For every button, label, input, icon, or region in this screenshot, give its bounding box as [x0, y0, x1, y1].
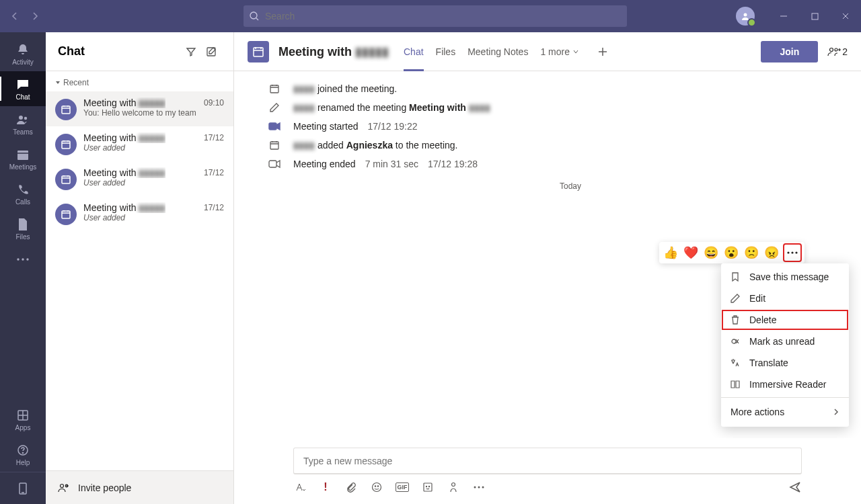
chat-list-item[interactable]: Meeting with ▮▮▮▮▮17/12 User added	[46, 126, 233, 161]
reaction-bar: 👍❤️😄😮🙁😠	[659, 242, 804, 263]
join-button[interactable]: Join	[761, 41, 818, 62]
participants-button[interactable]: 2	[827, 46, 848, 57]
date-divider: Today	[293, 181, 848, 191]
svg-point-37	[452, 483, 455, 487]
add-tab-button[interactable]	[593, 42, 613, 62]
rail-more-button[interactable]	[0, 246, 46, 273]
invite-label: Invite people	[78, 482, 131, 493]
system-event: ▮▮▮▮ added Agnieszka to the meeting.	[293, 140, 848, 151]
tab-chat[interactable]: Chat	[404, 32, 424, 71]
reader-icon	[731, 380, 741, 389]
chat-list-item[interactable]: Meeting with ▮▮▮▮▮17/12 User added	[46, 196, 233, 231]
context-delete[interactable]: Delete	[721, 309, 849, 331]
svg-rect-23	[270, 85, 278, 93]
rail-label: Activity	[12, 58, 34, 66]
rail-label: Apps	[15, 424, 31, 431]
svg-point-40	[482, 487, 484, 489]
tab-meeting-notes[interactable]: Meeting Notes	[467, 32, 528, 71]
calendar-icon	[15, 147, 30, 162]
send-button[interactable]	[788, 481, 802, 493]
compose-more-button[interactable]	[472, 486, 486, 489]
meet-now-button[interactable]	[447, 482, 460, 493]
context-edit[interactable]: Edit	[721, 288, 849, 309]
context-more-actions[interactable]: More actions	[721, 400, 849, 424]
compose-input[interactable]	[293, 448, 802, 474]
gif-button[interactable]: GIF	[396, 482, 409, 492]
search-icon	[249, 11, 260, 22]
svg-rect-25	[270, 142, 278, 149]
reaction-👍[interactable]: 👍	[663, 245, 678, 260]
rail-help[interactable]: Help	[0, 437, 46, 472]
attach-button[interactable]	[344, 482, 358, 493]
calendar-icon	[55, 169, 77, 190]
reaction-😄[interactable]: 😄	[704, 245, 718, 260]
search-input[interactable]	[244, 5, 627, 27]
sticker-button[interactable]	[421, 482, 435, 493]
chat-list-title: Chat	[58, 44, 181, 58]
nav-forward-button[interactable]	[27, 8, 43, 24]
context-save-this-message[interactable]: Save this message	[721, 266, 849, 288]
unread-icon	[731, 337, 741, 346]
filter-button[interactable]	[181, 42, 201, 62]
section-recent[interactable]: Recent	[46, 71, 233, 91]
rail-activity[interactable]: Activity	[0, 36, 46, 71]
window-maximize-button[interactable]	[799, 0, 830, 32]
invite-people-button[interactable]: Invite people	[46, 470, 233, 504]
window-minimize-button[interactable]	[768, 0, 799, 32]
svg-point-39	[478, 487, 480, 489]
rail-teams[interactable]: Teams	[0, 106, 46, 141]
profile-avatar[interactable]	[736, 7, 755, 26]
rail-chat[interactable]: Chat	[0, 71, 46, 106]
rail-calls[interactable]: Calls	[0, 176, 46, 211]
svg-rect-5	[17, 151, 28, 160]
calendar-icon	[268, 82, 281, 95]
svg-rect-16	[62, 176, 70, 183]
reaction-😮[interactable]: 😮	[724, 245, 739, 260]
titlebar	[0, 0, 861, 32]
system-event: Meeting started17/12 19:22	[293, 121, 848, 132]
calendar-icon	[55, 99, 77, 120]
calendar-icon	[268, 138, 281, 152]
svg-point-36	[428, 486, 429, 487]
svg-point-27	[787, 251, 789, 253]
pencil-icon	[268, 101, 281, 114]
rail-meetings[interactable]: Meetings	[0, 141, 46, 176]
rail-files[interactable]: Files	[0, 211, 46, 246]
tab-files[interactable]: Files	[436, 32, 456, 71]
apps-icon	[15, 408, 30, 423]
svg-point-11	[22, 452, 23, 453]
reaction-😠[interactable]: 😠	[764, 245, 779, 260]
message-more-button[interactable]	[784, 245, 800, 261]
new-chat-button[interactable]	[201, 42, 221, 62]
svg-point-1	[744, 13, 747, 17]
reaction-❤️[interactable]: ❤️	[683, 245, 698, 260]
svg-point-6	[17, 258, 19, 260]
system-event: Meeting ended7 min 31 sec17/12 19:28	[293, 159, 848, 169]
context-translate[interactable]: Translate	[721, 352, 849, 374]
svg-rect-2	[812, 13, 818, 19]
svg-point-35	[426, 486, 426, 487]
context-immersive-reader[interactable]: Immersive Reader	[721, 374, 849, 395]
svg-point-38	[474, 487, 476, 489]
rail-label: Help	[16, 459, 30, 466]
people-icon	[15, 112, 30, 127]
rail-label: Teams	[13, 128, 32, 136]
chat-list-item[interactable]: Meeting with ▮▮▮▮▮17/12 User added	[46, 161, 233, 196]
context-mark-as-unread[interactable]: Mark as unread	[721, 331, 849, 352]
priority-button[interactable]: !	[319, 481, 332, 493]
svg-point-21	[830, 48, 833, 51]
svg-point-29	[795, 251, 797, 253]
svg-point-18	[61, 484, 64, 487]
window-close-button[interactable]	[830, 0, 861, 32]
format-button[interactable]	[293, 482, 307, 493]
chat-list-panel: Chat Recent Meeting with ▮▮▮▮▮09:10 You:…	[46, 32, 234, 504]
nav-back-button[interactable]	[7, 8, 23, 24]
rail-apps[interactable]: Apps	[0, 402, 46, 437]
chat-list-item[interactable]: Meeting with ▮▮▮▮▮09:10 You: Hello welco…	[46, 91, 233, 126]
reaction-🙁[interactable]: 🙁	[744, 245, 759, 260]
tab-more[interactable]: 1 more	[540, 32, 579, 71]
svg-rect-34	[424, 483, 432, 491]
rail-device-button[interactable]	[0, 472, 46, 504]
emoji-button[interactable]	[370, 482, 383, 493]
rail-label: Files	[15, 233, 30, 241]
